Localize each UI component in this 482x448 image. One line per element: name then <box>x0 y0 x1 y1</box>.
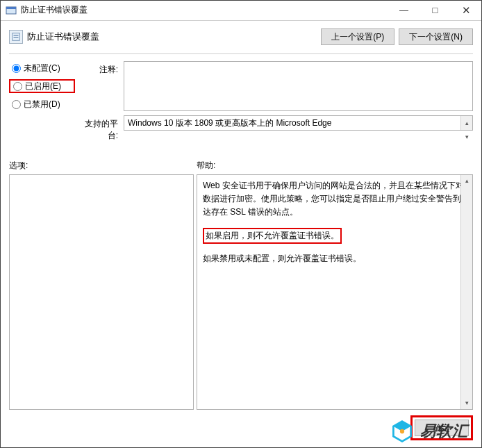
help-panel: Web 安全证书用于确保用户访问的网站是合法的，并且在某些情况下对数据进行加密。… <box>197 174 473 410</box>
prev-setting-button[interactable]: 上一个设置(P) <box>321 28 394 45</box>
help-label: 帮助: <box>197 160 215 172</box>
radio-disabled-label: 已禁用(D) <box>24 99 60 110</box>
svg-rect-4 <box>14 37 19 38</box>
radio-disabled-input[interactable] <box>12 100 21 109</box>
comment-input[interactable] <box>124 61 473 111</box>
next-setting-button[interactable]: 下一个设置(N) <box>399 28 473 45</box>
svg-rect-3 <box>14 35 19 35</box>
scroll-down-icon[interactable]: ▾ <box>461 397 472 409</box>
radio-disabled[interactable]: 已禁用(D) <box>9 97 75 111</box>
radio-not-configured-input[interactable] <box>12 64 21 73</box>
help-scrollbar[interactable]: ▴ ▾ <box>460 175 472 409</box>
help-text-2: 如果启用，则不允许覆盖证书错误。 <box>203 228 342 244</box>
policy-icon <box>9 30 23 44</box>
comment-label: 注释: <box>75 61 124 76</box>
platform-label: 支持的平台: <box>75 115 124 142</box>
scroll-up-icon[interactable]: ▴ <box>461 116 472 130</box>
radio-not-configured[interactable]: 未配置(C) <box>9 61 75 75</box>
header-title: 防止证书错误覆盖 <box>27 31 99 43</box>
ok-highlight: 确定 <box>410 415 473 440</box>
scroll-up-icon[interactable]: ▴ <box>461 175 472 187</box>
platform-field: Windows 10 版本 1809 或更高版本上的 Microsoft Edg… <box>124 115 473 131</box>
radio-enabled-input[interactable] <box>13 82 22 91</box>
help-text-1: Web 安全证书用于确保用户访问的网站是合法的，并且在某些情况下对数据进行加密。… <box>203 179 467 219</box>
options-label: 选项: <box>9 160 197 172</box>
scroll-track[interactable] <box>461 187 472 397</box>
radio-enabled-label: 已启用(E) <box>25 81 61 92</box>
separator <box>9 53 473 54</box>
radio-enabled[interactable]: 已启用(E) <box>9 79 75 93</box>
platform-value: Windows 10 版本 1809 或更高版本上的 Microsoft Edg… <box>128 116 331 130</box>
options-panel <box>9 174 194 410</box>
ok-button[interactable]: 确定 <box>415 420 469 436</box>
scroll-down-icon[interactable]: ▾ <box>461 130 472 144</box>
platform-scrollbar[interactable]: ▴ ▾ <box>460 116 472 130</box>
help-text-3: 如果禁用或未配置，则允许覆盖证书错误。 <box>203 252 467 265</box>
radio-not-configured-label: 未配置(C) <box>24 63 60 74</box>
